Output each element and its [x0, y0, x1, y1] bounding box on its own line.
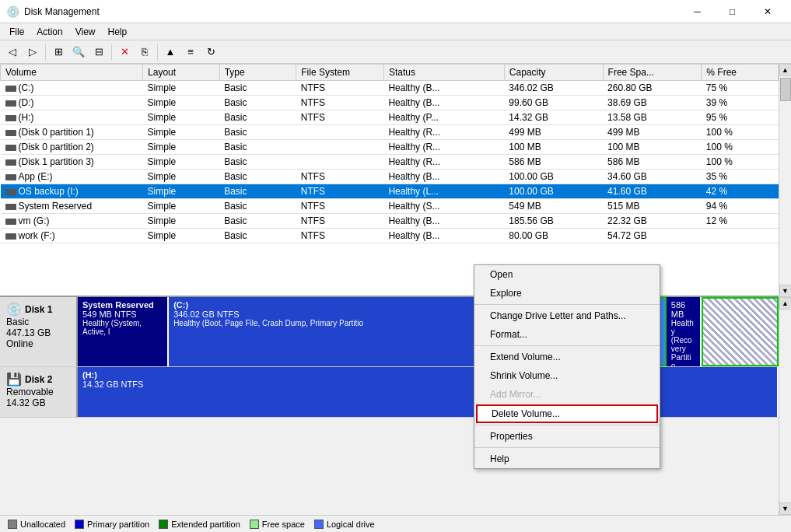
legend-color-box [8, 520, 17, 529]
disk-scrollbar[interactable]: ▲ ▼ [779, 297, 791, 515]
context-menu-item[interactable]: Explore [474, 284, 660, 303]
legend-item: Logical drive [314, 520, 375, 529]
table-row[interactable]: (Disk 0 partition 1)SimpleBasicHealthy (… [1, 125, 779, 140]
cell-pct: 35 % [702, 170, 779, 184]
context-menu-item[interactable]: Help [474, 450, 660, 468]
cell-volume: (Disk 1 partition 3) [1, 155, 143, 170]
disk-scroll-up[interactable]: ▲ [779, 297, 792, 310]
legend-color-box [75, 520, 84, 529]
cell-fs [296, 155, 384, 170]
table-row[interactable]: (C:)SimpleBasicNTFSHealthy (B...346.02 G… [1, 81, 779, 96]
cell-free: 34.60 GB [603, 170, 702, 184]
cell-status: Healthy (L... [383, 184, 504, 199]
scroll-thumb[interactable] [780, 78, 791, 101]
cell-free: 515 MB [603, 199, 702, 214]
cell-volume: vm (G:) [1, 214, 143, 229]
legend-color-box [159, 520, 168, 529]
cell-pct: 75 % [702, 81, 779, 96]
menu-help[interactable]: Help [102, 25, 134, 39]
cell-fs: NTFS [296, 110, 384, 125]
toolbar-btn3[interactable]: ⊟ [89, 43, 108, 61]
cell-capacity: 499 MB [504, 125, 603, 140]
cell-capacity: 14.32 GB [504, 110, 603, 125]
disk-partition[interactable]: System Reserved549 MB NTFSHealthy (Syste… [78, 297, 169, 366]
context-menu-item[interactable]: Format... [474, 325, 660, 344]
cell-type: Basic [219, 125, 296, 140]
table-row[interactable]: (Disk 1 partition 3)SimpleBasicHealthy (… [1, 155, 779, 170]
toolbar-btn1[interactable]: ⊞ [49, 43, 68, 61]
toolbar-delete[interactable]: ✕ [115, 43, 134, 61]
table-row[interactable]: OS backup (I:)SimpleBasicNTFSHealthy (L.… [1, 184, 779, 199]
cell-layout: Simple [143, 81, 220, 96]
col-header-fs[interactable]: File System [296, 65, 384, 81]
toolbar-btn2[interactable]: 🔍 [69, 43, 88, 61]
context-menu-item[interactable]: Open [474, 265, 660, 284]
disk-partition[interactable] [702, 297, 779, 366]
toolbar-refresh[interactable]: ↻ [201, 43, 220, 61]
cell-type: Basic [219, 229, 296, 243]
cell-pct: 95 % [702, 110, 779, 125]
cell-fs: NTFS [296, 96, 384, 110]
col-header-volume[interactable]: Volume [1, 65, 143, 81]
table-row[interactable]: (D:)SimpleBasicNTFSHealthy (B...99.60 GB… [1, 96, 779, 110]
context-menu-separator [474, 345, 660, 346]
cell-type: Basic [219, 155, 296, 170]
menu-action[interactable]: Action [30, 25, 68, 39]
table-row[interactable]: vm (G:)SimpleBasicNTFSHealthy (B...185.5… [1, 214, 779, 229]
table-row[interactable]: (H:)SimpleBasicNTFSHealthy (P...14.32 GB… [1, 110, 779, 125]
legend-label: Free space [262, 520, 305, 529]
menu-view[interactable]: View [69, 25, 102, 39]
cell-status: Healthy (S... [383, 199, 504, 214]
col-header-cap[interactable]: Capacity [504, 65, 603, 81]
col-header-free[interactable]: Free Spa... [603, 65, 702, 81]
toolbar-forward[interactable]: ▷ [23, 43, 42, 61]
cell-capacity: 99.60 GB [504, 96, 603, 110]
cell-fs: NTFS [296, 81, 384, 96]
col-header-pct[interactable]: % Free [702, 65, 779, 81]
cell-capacity: 80.00 GB [504, 229, 603, 243]
context-menu-item[interactable]: Shrink Volume... [474, 366, 660, 385]
cell-layout: Simple [143, 155, 220, 170]
toolbar-btn4[interactable]: ⎘ [135, 43, 154, 61]
col-header-type[interactable]: Type [219, 65, 296, 81]
minimize-button[interactable]: ─ [680, 0, 715, 23]
cell-volume: work (F:) [1, 229, 143, 243]
partition-size: 586 MB [671, 300, 695, 319]
app-icon: 💿 [6, 5, 19, 18]
disk1-size: 447.13 GB [6, 327, 70, 338]
disk1-label: 💿 Disk 1 Basic 447.13 GB Online [0, 297, 78, 366]
table-row[interactable]: App (E:)SimpleBasicNTFSHealthy (B...100.… [1, 170, 779, 184]
context-menu-separator [474, 447, 660, 448]
cell-free: 54.72 GB [603, 229, 702, 243]
toolbar-props[interactable]: ≡ [181, 43, 200, 61]
toolbar-up[interactable]: ▲ [161, 43, 180, 61]
col-header-layout[interactable]: Layout [143, 65, 220, 81]
legend-item: Primary partition [75, 520, 149, 529]
col-header-status[interactable]: Status [383, 65, 504, 81]
context-menu-item[interactable]: Extend Volume... [474, 348, 660, 366]
cell-layout: Simple [143, 229, 220, 243]
table-scrollbar[interactable]: ▲ ▼ [779, 64, 791, 297]
scroll-down-btn[interactable]: ▼ [779, 285, 792, 297]
cell-pct: 100 % [702, 140, 779, 155]
cell-pct: 100 % [702, 125, 779, 140]
toolbar-back[interactable]: ◁ [3, 43, 22, 61]
maximize-button[interactable]: □ [715, 0, 750, 23]
context-menu-item[interactable]: Change Drive Letter and Paths... [474, 306, 660, 325]
close-button[interactable]: ✕ [750, 0, 785, 23]
table-row[interactable]: System ReservedSimpleBasicNTFSHealthy (S… [1, 199, 779, 214]
disk-scroll-down[interactable]: ▼ [779, 502, 792, 515]
cell-volume: App (E:) [1, 170, 143, 184]
cell-type: Basic [219, 170, 296, 184]
context-menu-item[interactable]: Delete Volume... [476, 404, 658, 423]
table-row[interactable]: (Disk 0 partition 2)SimpleBasicHealthy (… [1, 140, 779, 155]
table-row[interactable]: work (F:)SimpleBasicNTFSHealthy (B...80.… [1, 229, 779, 243]
scroll-up-btn[interactable]: ▲ [779, 64, 792, 76]
disk2-size: 14.32 GB [6, 397, 70, 408]
cell-capacity: 549 MB [504, 199, 603, 214]
context-menu-item[interactable]: Properties [474, 427, 660, 446]
menu-file[interactable]: File [3, 25, 30, 39]
disk-partition[interactable]: (H:)14.32 GB NTFS [78, 367, 779, 417]
disk-partition[interactable]: 586 MBHealthy (Recovery Partitio [667, 297, 702, 366]
cell-layout: Simple [143, 140, 220, 155]
